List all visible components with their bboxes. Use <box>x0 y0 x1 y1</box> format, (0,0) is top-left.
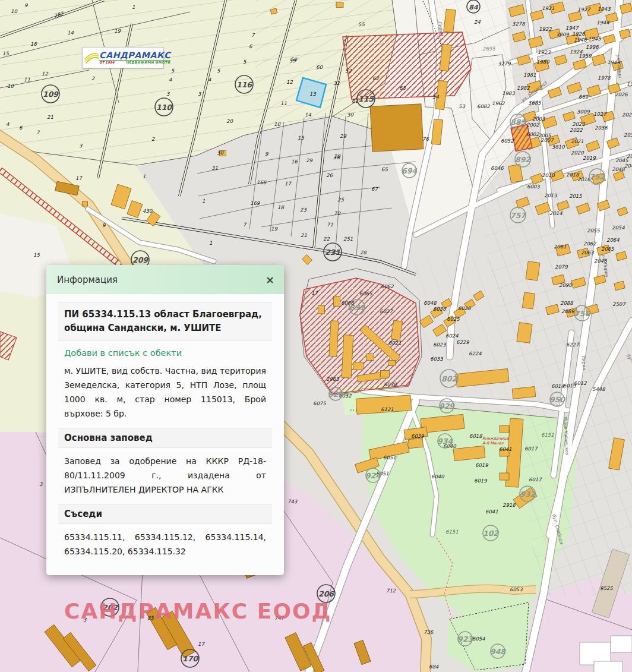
agency-logo: САНДРАМАКС ОТ 1994 НЕДВИЖИМИ ИМОТИ <box>82 47 164 68</box>
svg-text:2021: 2021 <box>571 138 584 144</box>
svg-text:115: 115 <box>358 94 374 103</box>
svg-text:750: 750 <box>574 309 590 318</box>
popup-body: ПИ 65334.115.13 област Благоевград, общи… <box>46 294 284 575</box>
svg-text:6017: 6017 <box>529 477 542 482</box>
svg-text:1945: 1945 <box>588 36 601 42</box>
svg-text:32: 32 <box>333 80 340 86</box>
svg-text:684: 684 <box>429 664 439 670</box>
svg-text:885: 885 <box>510 118 526 127</box>
svg-text:63: 63 <box>399 85 406 91</box>
svg-text:70: 70 <box>334 210 341 216</box>
svg-text:6065: 6065 <box>359 291 372 296</box>
svg-text:28: 28 <box>360 250 367 255</box>
svg-text:950: 950 <box>549 395 565 404</box>
svg-text:2014: 2014 <box>549 210 563 216</box>
order-text: Заповед за одобрение на КККР РД-18-80/11… <box>58 454 272 497</box>
svg-text:3: 3 <box>198 91 201 97</box>
svg-text:2061: 2061 <box>554 244 567 250</box>
svg-text:2040: 2040 <box>627 153 632 159</box>
svg-text:4: 4 <box>208 77 211 83</box>
svg-text:31: 31 <box>211 165 218 171</box>
svg-text:1: 1 <box>209 240 212 246</box>
svg-text:2507: 2507 <box>612 301 626 307</box>
svg-text:6041: 6041 <box>499 446 512 452</box>
svg-text:2: 2 <box>151 136 155 142</box>
svg-text:19: 19 <box>271 226 277 232</box>
svg-text:21: 21 <box>301 232 307 238</box>
svg-text:2054: 2054 <box>612 225 625 231</box>
svg-text:А-Я Манол: А-Я Манол <box>482 441 504 446</box>
svg-text:9525: 9525 <box>600 585 613 591</box>
svg-text:1922: 1922 <box>539 26 552 32</box>
svg-text:934: 934 <box>437 437 453 446</box>
svg-text:2695: 2695 <box>482 46 495 52</box>
svg-text:2044: 2044 <box>624 163 632 169</box>
svg-text:1: 1 <box>202 198 205 204</box>
svg-text:84: 84 <box>469 4 479 11</box>
svg-text:17: 17 <box>75 175 83 181</box>
svg-text:2003: 2003 <box>532 116 545 122</box>
svg-text:231: 231 <box>325 248 340 257</box>
svg-text:6224: 6224 <box>469 351 482 356</box>
svg-text:6: 6 <box>19 125 23 131</box>
svg-text:102: 102 <box>483 529 499 538</box>
svg-text:6039: 6039 <box>411 433 424 439</box>
svg-text:22: 22 <box>323 236 330 242</box>
svg-text:29: 29 <box>306 157 312 163</box>
svg-text:3: 3 <box>39 481 43 487</box>
svg-text:116: 116 <box>236 80 252 89</box>
svg-text:2090: 2090 <box>559 282 573 288</box>
svg-text:71: 71 <box>327 222 333 228</box>
svg-text:6121: 6121 <box>381 406 394 412</box>
svg-text:1978: 1978 <box>598 75 611 81</box>
svg-text:6027: 6027 <box>380 308 393 314</box>
svg-text:712: 712 <box>386 588 396 594</box>
svg-text:17: 17 <box>311 290 318 296</box>
svg-text:1923: 1923 <box>538 49 551 55</box>
svg-text:2063: 2063 <box>581 250 594 255</box>
popup-title: Информация <box>57 275 118 285</box>
svg-text:1980: 1980 <box>536 59 550 65</box>
svg-text:1959: 1959 <box>579 53 592 59</box>
svg-text:25: 25 <box>337 197 344 203</box>
svg-text:2022: 2022 <box>570 127 583 133</box>
svg-text:6075: 6075 <box>313 400 326 406</box>
svg-text:6062: 6062 <box>381 283 394 289</box>
svg-text:6: 6 <box>249 43 252 49</box>
svg-text:3809: 3809 <box>556 31 569 37</box>
svg-text:892: 892 <box>515 155 531 164</box>
svg-text:924: 924 <box>365 471 381 480</box>
svg-text:15: 15 <box>2 51 9 56</box>
svg-text:9: 9 <box>102 222 106 228</box>
svg-text:2015: 2015 <box>569 193 582 199</box>
svg-text:6003: 6003 <box>527 184 540 190</box>
svg-text:6019: 6019 <box>474 478 487 484</box>
add-to-list-link[interactable]: Добави в списък с обекти <box>58 348 272 358</box>
svg-text:6046: 6046 <box>491 165 504 171</box>
map-application: 1091416151912821211102134672543254320675… <box>0 0 632 672</box>
svg-text:168: 168 <box>257 179 267 185</box>
svg-text:2055: 2055 <box>587 228 600 234</box>
svg-text:19: 19 <box>114 28 121 34</box>
svg-text:76: 76 <box>422 136 429 142</box>
svg-text:10: 10 <box>274 121 281 127</box>
svg-text:3685: 3685 <box>528 100 541 106</box>
svg-text:109: 109 <box>43 90 59 99</box>
svg-text:6025: 6025 <box>447 316 460 322</box>
svg-text:11: 11 <box>280 100 287 106</box>
svg-text:24: 24 <box>474 19 481 25</box>
svg-text:1944: 1944 <box>596 20 609 26</box>
svg-text:17: 17 <box>198 641 205 647</box>
svg-text:6019: 6019 <box>475 462 488 468</box>
logo-moto: НЕДВИЖИМИ ИМОТИ <box>126 61 170 65</box>
neighbors-text: 65334.115.11, 65334.115.12, 65334.115.14… <box>58 530 272 559</box>
svg-text:10: 10 <box>11 8 18 14</box>
svg-text:2025: 2025 <box>622 112 632 118</box>
svg-text:6012: 6012 <box>574 380 587 386</box>
svg-text:67: 67 <box>371 186 378 192</box>
svg-text:6038: 6038 <box>384 381 397 387</box>
close-icon[interactable]: × <box>266 275 274 285</box>
svg-text:54: 54 <box>432 94 439 100</box>
svg-text:23: 23 <box>300 207 306 213</box>
svg-text:6014: 6014 <box>551 383 564 389</box>
